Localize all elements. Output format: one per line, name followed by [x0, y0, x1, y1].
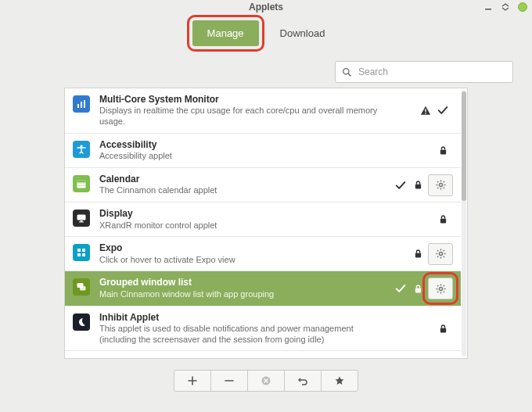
- remove-button[interactable]: [210, 370, 248, 392]
- svg-rect-26: [79, 222, 84, 223]
- svg-rect-44: [415, 288, 420, 292]
- svg-line-20: [437, 181, 438, 182]
- applet-texts: AccessibilityAccessibility applet: [99, 139, 431, 162]
- warning-icon: [420, 105, 431, 116]
- svg-point-8: [80, 145, 82, 147]
- svg-rect-31: [82, 253, 85, 256]
- svg-line-21: [443, 188, 444, 188]
- svg-rect-30: [77, 253, 81, 256]
- applet-title: Grouped window list: [99, 277, 389, 288]
- applet-row-keyboard[interactable]: KeyboardKeyboard layout: [65, 351, 461, 358]
- svg-line-23: [443, 181, 444, 182]
- svg-rect-3: [77, 104, 79, 108]
- lock-icon: [437, 214, 448, 225]
- search-icon: [342, 67, 352, 77]
- lock-icon: [437, 145, 448, 156]
- svg-rect-7: [425, 113, 426, 113]
- add-button[interactable]: [174, 370, 211, 392]
- settings-button[interactable]: [428, 174, 453, 196]
- maximize-button[interactable]: [501, 2, 510, 12]
- applet-row-display[interactable]: DisplayXRandR monitor control applet: [65, 202, 461, 237]
- svg-line-52: [437, 291, 438, 292]
- svg-rect-29: [82, 249, 85, 252]
- applet-row-calendar[interactable]: CalendarThe Cinnamon calendar applet: [65, 168, 461, 202]
- svg-rect-4: [81, 102, 82, 108]
- svg-rect-14: [415, 185, 420, 189]
- svg-point-33: [439, 253, 442, 256]
- settings-button[interactable]: [428, 278, 453, 299]
- applet-status: [437, 145, 448, 156]
- svg-line-2: [348, 73, 350, 76]
- svg-rect-27: [440, 219, 445, 224]
- applet-row-expo[interactable]: ExpoClick or hover to activate Expo view: [65, 237, 461, 271]
- applet-title: Multi-Core System Monitor: [99, 94, 414, 105]
- applet-texts: Grouped window listMain Cinnamon window …: [99, 277, 389, 299]
- applet-title: Expo: [99, 242, 406, 253]
- applet-description: Displays in realtime the cpu usage for e…: [99, 106, 389, 127]
- close-button[interactable]: [518, 2, 527, 12]
- svg-rect-32: [415, 253, 420, 258]
- settings-button[interactable]: [428, 243, 453, 265]
- toolbar: [0, 370, 532, 392]
- disable-button[interactable]: [247, 370, 285, 392]
- titlebar: Applets: [0, 0, 532, 14]
- applet-row-multicore[interactable]: Multi-Core System MonitorDisplays in rea…: [65, 88, 461, 134]
- applet-description: Accessibility applet: [99, 151, 389, 162]
- lock-icon: [412, 283, 423, 294]
- applet-title: Inhibit Applet: [99, 312, 431, 323]
- check-icon: [437, 105, 448, 116]
- applet-title: Display: [99, 208, 431, 219]
- applet-status: [412, 249, 423, 260]
- minimize-button[interactable]: [483, 2, 493, 12]
- svg-rect-5: [84, 100, 85, 108]
- svg-line-22: [437, 188, 438, 188]
- applet-title: Keyboard: [99, 356, 414, 358]
- applet-status: [395, 283, 423, 294]
- star-button[interactable]: [321, 370, 358, 392]
- svg-rect-9: [440, 150, 445, 155]
- svg-rect-6: [425, 109, 426, 112]
- svg-line-39: [443, 256, 444, 257]
- search-input[interactable]: [357, 66, 506, 78]
- chart-icon: [73, 95, 90, 113]
- tabs: Manage Download: [0, 14, 532, 62]
- applet-status: [420, 105, 448, 116]
- applet-texts: ExpoClick or hover to activate Expo view: [99, 242, 406, 265]
- svg-rect-28: [77, 249, 81, 252]
- applet-description: Click or hover to activate Expo view: [99, 255, 389, 266]
- lock-icon: [437, 323, 448, 334]
- applet-status: [437, 214, 448, 225]
- applet-list-scroll: Multi-Core System MonitorDisplays in rea…: [65, 88, 461, 358]
- chat-icon: [73, 278, 90, 296]
- search-bar[interactable]: [335, 61, 513, 83]
- svg-rect-25: [81, 220, 83, 222]
- applet-row-inhibit[interactable]: Inhibit AppletThis applet is used to dis…: [65, 306, 461, 352]
- svg-rect-11: [77, 181, 86, 183]
- scrollbar-thumb[interactable]: [462, 91, 466, 201]
- undo-button[interactable]: [284, 370, 322, 392]
- grid-icon: [73, 244, 90, 261]
- applet-texts: Multi-Core System MonitorDisplays in rea…: [99, 94, 414, 127]
- window-title: Applets: [249, 2, 283, 13]
- lock-icon: [412, 249, 423, 260]
- svg-line-50: [437, 285, 438, 286]
- svg-rect-24: [77, 215, 86, 220]
- applet-texts: Inhibit AppletThis applet is used to dis…: [99, 312, 431, 346]
- svg-rect-0: [485, 9, 491, 10]
- applet-status: [395, 180, 423, 191]
- applet-description: XRandR monitor control applet: [99, 220, 389, 231]
- svg-line-38: [437, 250, 438, 251]
- tab-download[interactable]: Download: [265, 20, 340, 46]
- applet-status: [437, 323, 448, 334]
- check-icon: [395, 180, 406, 191]
- applet-description: Main Cinnamon window list with app group…: [99, 289, 389, 300]
- applet-description: The Cinnamon calendar applet: [99, 185, 389, 196]
- tab-manage[interactable]: Manage: [192, 20, 259, 46]
- applet-row-accessibility[interactable]: AccessibilityAccessibility applet: [65, 134, 461, 168]
- applet-row-grouped[interactable]: Grouped window listMain Cinnamon window …: [65, 271, 461, 306]
- applet-texts: CalendarThe Cinnamon calendar applet: [99, 174, 389, 196]
- scrollbar[interactable]: [462, 90, 466, 356]
- calendar-icon: [73, 175, 90, 192]
- svg-line-41: [443, 250, 444, 251]
- svg-point-15: [439, 184, 442, 187]
